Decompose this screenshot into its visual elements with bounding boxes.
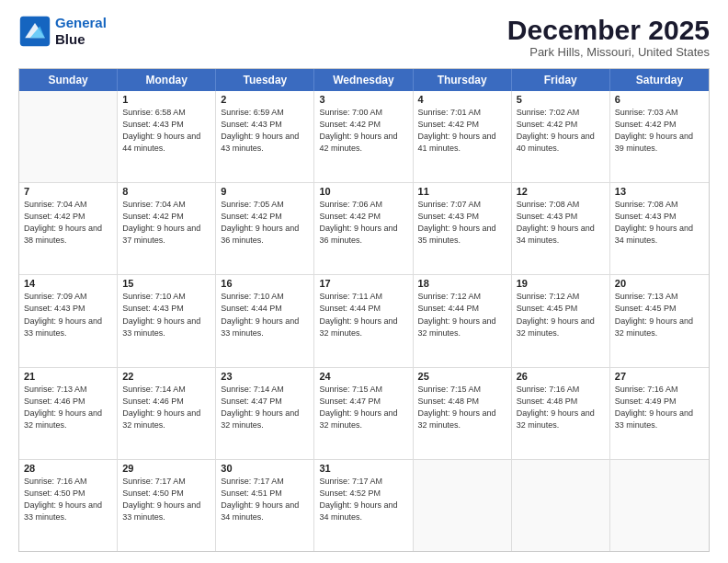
calendar-cell-9: 9Sunrise: 7:05 AM Sunset: 4:42 PM Daylig… bbox=[216, 183, 314, 274]
logo-text: General Blue bbox=[55, 15, 107, 48]
calendar-cell-6: 6Sunrise: 7:03 AM Sunset: 4:42 PM Daylig… bbox=[610, 91, 709, 182]
day-number: 23 bbox=[221, 371, 309, 382]
day-number: 22 bbox=[122, 371, 210, 382]
calendar-cell-empty bbox=[512, 460, 610, 551]
calendar-row: 21Sunrise: 7:13 AM Sunset: 4:46 PM Dayli… bbox=[19, 368, 709, 460]
day-number: 16 bbox=[221, 278, 309, 289]
day-number: 2 bbox=[221, 94, 309, 105]
cell-info: Sunrise: 7:04 AM Sunset: 4:42 PM Dayligh… bbox=[24, 199, 112, 247]
calendar-row: 7Sunrise: 7:04 AM Sunset: 4:42 PM Daylig… bbox=[19, 183, 709, 275]
day-number: 26 bbox=[517, 371, 605, 382]
day-number: 11 bbox=[418, 186, 506, 197]
cell-info: Sunrise: 7:08 AM Sunset: 4:43 PM Dayligh… bbox=[615, 199, 704, 247]
calendar-row: 1Sunrise: 6:58 AM Sunset: 4:43 PM Daylig… bbox=[19, 91, 709, 183]
cell-info: Sunrise: 7:11 AM Sunset: 4:44 PM Dayligh… bbox=[319, 291, 407, 339]
logo: General Blue bbox=[18, 15, 107, 48]
day-number: 30 bbox=[221, 463, 309, 474]
calendar-cell-2: 2Sunrise: 6:59 AM Sunset: 4:43 PM Daylig… bbox=[216, 91, 314, 182]
title-block: December 2025 Park Hills, Missouri, Unit… bbox=[507, 15, 710, 59]
calendar-cell-17: 17Sunrise: 7:11 AM Sunset: 4:44 PM Dayli… bbox=[314, 275, 413, 366]
cell-info: Sunrise: 7:13 AM Sunset: 4:46 PM Dayligh… bbox=[24, 384, 112, 431]
calendar-cell-21: 21Sunrise: 7:13 AM Sunset: 4:46 PM Dayli… bbox=[19, 368, 118, 459]
day-number: 1 bbox=[122, 94, 210, 105]
header-day-sunday: Sunday bbox=[19, 69, 118, 91]
cell-info: Sunrise: 7:17 AM Sunset: 4:51 PM Dayligh… bbox=[221, 476, 309, 523]
calendar-cell-1: 1Sunrise: 6:58 AM Sunset: 4:43 PM Daylig… bbox=[118, 91, 216, 182]
cell-info: Sunrise: 7:14 AM Sunset: 4:46 PM Dayligh… bbox=[122, 384, 210, 431]
calendar-cell-12: 12Sunrise: 7:08 AM Sunset: 4:43 PM Dayli… bbox=[512, 183, 610, 274]
day-number: 12 bbox=[517, 186, 605, 197]
calendar-cell-25: 25Sunrise: 7:15 AM Sunset: 4:48 PM Dayli… bbox=[414, 368, 512, 459]
calendar-body: 1Sunrise: 6:58 AM Sunset: 4:43 PM Daylig… bbox=[19, 91, 709, 551]
calendar-row: 14Sunrise: 7:09 AM Sunset: 4:43 PM Dayli… bbox=[19, 275, 709, 367]
calendar-cell-27: 27Sunrise: 7:16 AM Sunset: 4:49 PM Dayli… bbox=[610, 368, 709, 459]
calendar-cell-8: 8Sunrise: 7:04 AM Sunset: 4:42 PM Daylig… bbox=[118, 183, 216, 274]
calendar-cell-19: 19Sunrise: 7:12 AM Sunset: 4:45 PM Dayli… bbox=[512, 275, 610, 366]
cell-info: Sunrise: 7:07 AM Sunset: 4:43 PM Dayligh… bbox=[418, 199, 506, 247]
cell-info: Sunrise: 7:14 AM Sunset: 4:47 PM Dayligh… bbox=[221, 384, 309, 431]
day-number: 13 bbox=[615, 186, 704, 197]
calendar-cell-11: 11Sunrise: 7:07 AM Sunset: 4:43 PM Dayli… bbox=[414, 183, 512, 274]
cell-info: Sunrise: 7:17 AM Sunset: 4:52 PM Dayligh… bbox=[319, 476, 407, 523]
header-day-tuesday: Tuesday bbox=[216, 69, 314, 91]
calendar-cell-empty bbox=[19, 91, 118, 182]
cell-info: Sunrise: 7:13 AM Sunset: 4:45 PM Dayligh… bbox=[615, 291, 704, 339]
calendar-row: 28Sunrise: 7:16 AM Sunset: 4:50 PM Dayli… bbox=[19, 460, 709, 551]
header-day-monday: Monday bbox=[118, 69, 216, 91]
header-day-thursday: Thursday bbox=[414, 69, 512, 91]
calendar-cell-29: 29Sunrise: 7:17 AM Sunset: 4:50 PM Dayli… bbox=[118, 460, 216, 551]
cell-info: Sunrise: 7:00 AM Sunset: 4:42 PM Dayligh… bbox=[319, 107, 407, 155]
calendar-cell-13: 13Sunrise: 7:08 AM Sunset: 4:43 PM Dayli… bbox=[610, 183, 709, 274]
header-day-saturday: Saturday bbox=[610, 69, 709, 91]
calendar-cell-20: 20Sunrise: 7:13 AM Sunset: 4:45 PM Dayli… bbox=[610, 275, 709, 366]
cell-info: Sunrise: 7:16 AM Sunset: 4:48 PM Dayligh… bbox=[517, 384, 605, 431]
header-day-friday: Friday bbox=[512, 69, 610, 91]
day-number: 17 bbox=[319, 278, 407, 289]
calendar-cell-18: 18Sunrise: 7:12 AM Sunset: 4:44 PM Dayli… bbox=[414, 275, 512, 366]
day-number: 8 bbox=[122, 186, 210, 197]
cell-info: Sunrise: 7:10 AM Sunset: 4:43 PM Dayligh… bbox=[122, 291, 210, 339]
day-number: 15 bbox=[122, 278, 210, 289]
calendar-cell-15: 15Sunrise: 7:10 AM Sunset: 4:43 PM Dayli… bbox=[118, 275, 216, 366]
day-number: 24 bbox=[319, 371, 407, 382]
month-title: December 2025 bbox=[507, 15, 710, 45]
calendar-cell-26: 26Sunrise: 7:16 AM Sunset: 4:48 PM Dayli… bbox=[512, 368, 610, 459]
cell-info: Sunrise: 7:16 AM Sunset: 4:50 PM Dayligh… bbox=[24, 476, 112, 523]
calendar-cell-30: 30Sunrise: 7:17 AM Sunset: 4:51 PM Dayli… bbox=[216, 460, 314, 551]
calendar-cell-empty bbox=[414, 460, 512, 551]
calendar-cell-24: 24Sunrise: 7:15 AM Sunset: 4:47 PM Dayli… bbox=[314, 368, 413, 459]
day-number: 29 bbox=[122, 463, 210, 474]
cell-info: Sunrise: 7:05 AM Sunset: 4:42 PM Dayligh… bbox=[221, 199, 309, 247]
day-number: 25 bbox=[418, 371, 506, 382]
day-number: 14 bbox=[24, 278, 112, 289]
cell-info: Sunrise: 7:16 AM Sunset: 4:49 PM Dayligh… bbox=[615, 384, 704, 431]
calendar-cell-14: 14Sunrise: 7:09 AM Sunset: 4:43 PM Dayli… bbox=[19, 275, 118, 366]
cell-info: Sunrise: 7:08 AM Sunset: 4:43 PM Dayligh… bbox=[517, 199, 605, 247]
calendar-cell-3: 3Sunrise: 7:00 AM Sunset: 4:42 PM Daylig… bbox=[314, 91, 413, 182]
cell-info: Sunrise: 7:02 AM Sunset: 4:42 PM Dayligh… bbox=[517, 107, 605, 155]
day-number: 18 bbox=[418, 278, 506, 289]
calendar-cell-16: 16Sunrise: 7:10 AM Sunset: 4:44 PM Dayli… bbox=[216, 275, 314, 366]
day-number: 31 bbox=[319, 463, 407, 474]
day-number: 4 bbox=[418, 94, 506, 105]
cell-info: Sunrise: 7:17 AM Sunset: 4:50 PM Dayligh… bbox=[122, 476, 210, 523]
calendar-cell-5: 5Sunrise: 7:02 AM Sunset: 4:42 PM Daylig… bbox=[512, 91, 610, 182]
day-number: 27 bbox=[615, 371, 704, 382]
location: Park Hills, Missouri, United States bbox=[507, 45, 710, 59]
calendar-cell-7: 7Sunrise: 7:04 AM Sunset: 4:42 PM Daylig… bbox=[19, 183, 118, 274]
day-number: 21 bbox=[24, 371, 112, 382]
day-number: 6 bbox=[615, 94, 704, 105]
cell-info: Sunrise: 6:58 AM Sunset: 4:43 PM Dayligh… bbox=[122, 107, 210, 155]
calendar-cell-empty bbox=[610, 460, 709, 551]
page: General Blue December 2025 Park Hills, M… bbox=[0, 0, 728, 563]
calendar-cell-23: 23Sunrise: 7:14 AM Sunset: 4:47 PM Dayli… bbox=[216, 368, 314, 459]
calendar-cell-22: 22Sunrise: 7:14 AM Sunset: 4:46 PM Dayli… bbox=[118, 368, 216, 459]
calendar-cell-10: 10Sunrise: 7:06 AM Sunset: 4:42 PM Dayli… bbox=[314, 183, 413, 274]
calendar-header: SundayMondayTuesdayWednesdayThursdayFrid… bbox=[19, 69, 709, 91]
day-number: 19 bbox=[517, 278, 605, 289]
cell-info: Sunrise: 7:09 AM Sunset: 4:43 PM Dayligh… bbox=[24, 291, 112, 339]
cell-info: Sunrise: 7:01 AM Sunset: 4:42 PM Dayligh… bbox=[418, 107, 506, 155]
calendar-cell-28: 28Sunrise: 7:16 AM Sunset: 4:50 PM Dayli… bbox=[19, 460, 118, 551]
header-day-wednesday: Wednesday bbox=[314, 69, 413, 91]
logo-icon bbox=[18, 15, 51, 48]
